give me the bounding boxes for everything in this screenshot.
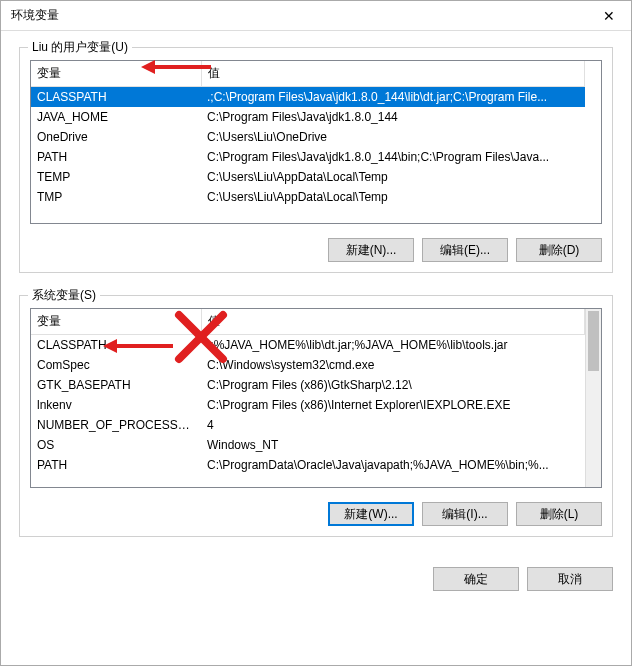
window-title: 环境变量 xyxy=(11,7,59,24)
user-vars-table[interactable]: 变量 值 CLASSPATH .;C:\Program Files\Java\j… xyxy=(30,60,602,224)
table-row[interactable]: OneDrive C:\Users\Liu\OneDrive xyxy=(31,127,585,147)
delete-system-var-button[interactable]: 删除(L) xyxy=(516,502,602,526)
cell-name: CLASSPATH xyxy=(31,87,201,108)
edit-user-var-button[interactable]: 编辑(E)... xyxy=(422,238,508,262)
titlebar: 环境变量 ✕ xyxy=(1,1,631,31)
table-row[interactable]: CLASSPATH .;C:\Program Files\Java\jdk1.8… xyxy=(31,87,585,108)
table-row[interactable]: NUMBER_OF_PROCESSORS 4 xyxy=(31,415,585,435)
edit-system-var-button[interactable]: 编辑(I)... xyxy=(422,502,508,526)
close-icon: ✕ xyxy=(603,8,615,24)
close-button[interactable]: ✕ xyxy=(587,2,631,30)
cell-value: C:\Program Files\Java\jdk1.8.0_144 xyxy=(201,107,585,127)
scrollbar[interactable] xyxy=(585,309,601,487)
cell-name: PATH xyxy=(31,147,201,167)
system-vars-table[interactable]: 变量 值 CLASSPATH .;%JAVA_HOME%\lib\dt.jar;… xyxy=(30,308,602,488)
system-vars-group: 系统变量(S) 变量 值 CLASSPATH .;%JAVA_HOME%\lib… xyxy=(19,295,613,537)
col-value[interactable]: 值 xyxy=(201,61,585,87)
ok-button[interactable]: 确定 xyxy=(433,567,519,591)
cancel-button[interactable]: 取消 xyxy=(527,567,613,591)
dialog-footer: 确定 取消 xyxy=(1,559,631,605)
system-vars-label: 系统变量(S) xyxy=(28,287,100,304)
delete-user-var-button[interactable]: 删除(D) xyxy=(516,238,602,262)
table-header-row: 变量 值 xyxy=(31,61,585,87)
user-vars-buttons: 新建(N)... 编辑(E)... 删除(D) xyxy=(30,238,602,262)
cell-name: CLASSPATH xyxy=(31,335,201,356)
cell-name: NUMBER_OF_PROCESSORS xyxy=(31,415,201,435)
cell-value: C:\Windows\system32\cmd.exe xyxy=(201,355,585,375)
col-name[interactable]: 变量 xyxy=(31,61,201,87)
cell-value: C:\Users\Liu\OneDrive xyxy=(201,127,585,147)
col-value[interactable]: 值 xyxy=(201,309,585,335)
cell-name: OneDrive xyxy=(31,127,201,147)
table-row[interactable]: PATH C:\Program Files\Java\jdk1.8.0_144\… xyxy=(31,147,585,167)
table-row[interactable]: TEMP C:\Users\Liu\AppData\Local\Temp xyxy=(31,167,585,187)
cell-value: 4 xyxy=(201,415,585,435)
col-name[interactable]: 变量 xyxy=(31,309,201,335)
table-header-row: 变量 值 xyxy=(31,309,585,335)
table-row[interactable]: CLASSPATH .;%JAVA_HOME%\lib\dt.jar;%JAVA… xyxy=(31,335,585,356)
cell-name: OS xyxy=(31,435,201,455)
cell-value: C:\Users\Liu\AppData\Local\Temp xyxy=(201,187,585,207)
cell-name: ComSpec xyxy=(31,355,201,375)
cell-name: lnkenv xyxy=(31,395,201,415)
cell-name: PATH xyxy=(31,455,201,475)
table-row[interactable]: TMP C:\Users\Liu\AppData\Local\Temp xyxy=(31,187,585,207)
cell-name: JAVA_HOME xyxy=(31,107,201,127)
table-row[interactable]: lnkenv C:\Program Files (x86)\Internet E… xyxy=(31,395,585,415)
cell-value: C:\ProgramData\Oracle\Java\javapath;%JAV… xyxy=(201,455,585,475)
new-system-var-button[interactable]: 新建(W)... xyxy=(328,502,414,526)
cell-value: C:\Program Files\Java\jdk1.8.0_144\bin;C… xyxy=(201,147,585,167)
table-row[interactable]: OS Windows_NT xyxy=(31,435,585,455)
new-user-var-button[interactable]: 新建(N)... xyxy=(328,238,414,262)
cell-value: C:\Users\Liu\AppData\Local\Temp xyxy=(201,167,585,187)
cell-value: Windows_NT xyxy=(201,435,585,455)
scrollbar-thumb[interactable] xyxy=(588,311,599,371)
cell-name: TEMP xyxy=(31,167,201,187)
cell-value: C:\Program Files (x86)\GtkSharp\2.12\ xyxy=(201,375,585,395)
cell-name: GTK_BASEPATH xyxy=(31,375,201,395)
env-vars-dialog: 环境变量 ✕ Liu 的用户变量(U) 变量 值 CLASS xyxy=(0,0,632,666)
cell-value: .;%JAVA_HOME%\lib\dt.jar;%JAVA_HOME%\lib… xyxy=(201,335,585,356)
system-vars-buttons: 新建(W)... 编辑(I)... 删除(L) xyxy=(30,502,602,526)
table-row[interactable]: ComSpec C:\Windows\system32\cmd.exe xyxy=(31,355,585,375)
table-row[interactable]: JAVA_HOME C:\Program Files\Java\jdk1.8.0… xyxy=(31,107,585,127)
cell-value: .;C:\Program Files\Java\jdk1.8.0_144\lib… xyxy=(201,87,585,108)
cell-value: C:\Program Files (x86)\Internet Explorer… xyxy=(201,395,585,415)
cell-name: TMP xyxy=(31,187,201,207)
table-row[interactable]: PATH C:\ProgramData\Oracle\Java\javapath… xyxy=(31,455,585,475)
table-row[interactable]: GTK_BASEPATH C:\Program Files (x86)\GtkS… xyxy=(31,375,585,395)
user-vars-group: Liu 的用户变量(U) 变量 值 CLASSPATH .;C:\Program… xyxy=(19,47,613,273)
content-area: Liu 的用户变量(U) 变量 值 CLASSPATH .;C:\Program… xyxy=(1,31,631,537)
user-vars-label: Liu 的用户变量(U) xyxy=(28,39,132,56)
